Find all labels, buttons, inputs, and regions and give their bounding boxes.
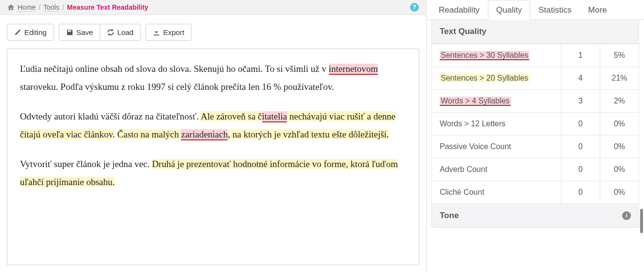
table-row: Sentences > 20 Syllables421%	[432, 67, 639, 90]
help-icon[interactable]: ?	[410, 3, 419, 12]
highlight-word: internetovom	[329, 64, 378, 75]
editing-label: Editing	[24, 28, 47, 36]
metric-count: 0	[561, 136, 600, 158]
toolbar: Editing Save Load Export	[0, 15, 426, 49]
breadcrumb: Home / Tools / Measure Text Readability	[7, 3, 148, 12]
tab-statistics[interactable]: Statistics	[530, 0, 580, 20]
scrollbar-thumb[interactable]	[640, 209, 643, 233]
metric-count: 4	[561, 67, 600, 90]
paragraph: Odvtedy autori kladú väčší dôraz na čita…	[20, 107, 406, 143]
save-button[interactable]: Save	[59, 24, 100, 41]
metric-label: Passive Voice Count	[432, 136, 561, 158]
quality-header-text: Text Quality	[440, 27, 486, 36]
editor-content[interactable]: Ľudia nečítajú online obsah od slova do …	[7, 49, 419, 213]
home-icon	[7, 4, 15, 11]
table-row: Cliché Count00%	[432, 181, 639, 204]
metric-percent: 0%	[600, 181, 639, 204]
metric-percent: 21%	[600, 67, 639, 90]
table-row: Words > 12 Letters00%	[432, 113, 639, 136]
tab-readability[interactable]: Readability	[430, 0, 488, 20]
load-button[interactable]: Load	[100, 24, 141, 41]
info-icon[interactable]: i	[622, 211, 631, 220]
editor-container[interactable]: Ľudia nečítajú online obsah od slova do …	[7, 49, 419, 265]
breadcrumb-sep: /	[38, 3, 40, 11]
load-label: Load	[117, 28, 133, 36]
metric-percent: 0%	[600, 136, 639, 158]
save-icon	[66, 29, 73, 36]
table-row: Sentences > 30 Syllables15%	[432, 44, 639, 67]
tone-header-text: Tone	[440, 211, 459, 221]
export-button[interactable]: Export	[145, 24, 191, 41]
quality-header: Text Quality	[431, 20, 639, 44]
download-icon	[153, 29, 160, 36]
breadcrumb-sep: /	[62, 3, 64, 11]
breadcrumb-current: Measure Text Readability	[67, 3, 148, 11]
metric-label: Sentences > 20 Syllables	[432, 67, 561, 90]
breadcrumb-home[interactable]: Home	[18, 3, 36, 12]
metric-label: Adverb Count	[432, 158, 561, 181]
quality-metrics-table: Sentences > 30 Syllables15%Sentences > 2…	[431, 44, 639, 204]
metric-label: Cliché Count	[432, 181, 561, 204]
export-label: Export	[163, 28, 184, 36]
metric-count: 3	[561, 90, 600, 113]
highlight-sentence: Často na malých zariadeniach, na ktorých…	[117, 129, 389, 139]
right-panel: Readability Quality Statistics More Text…	[426, 0, 644, 272]
highlight-word: zariadeniach	[181, 129, 228, 140]
metric-label: Words > 4 Syllables	[432, 90, 561, 113]
metric-count: 0	[561, 158, 600, 181]
paragraph: Ľudia nečítajú online obsah od slova do …	[20, 60, 406, 96]
metric-count: 0	[561, 181, 600, 204]
tab-quality[interactable]: Quality	[488, 0, 530, 20]
pencil-icon	[14, 29, 21, 36]
metric-label: Sentences > 30 Syllables	[432, 44, 561, 67]
metric-count: 0	[561, 113, 600, 136]
metric-count: 1	[561, 44, 600, 67]
paragraph: Vytvoriť super článok je jedna vec. Druh…	[20, 155, 406, 191]
table-row: Passive Voice Count00%	[432, 136, 639, 158]
tone-header: Tone i	[431, 204, 639, 228]
metric-percent: 0%	[600, 113, 639, 136]
table-row: Adverb Count00%	[432, 158, 639, 181]
table-row: Words > 4 Syllables32%	[432, 90, 639, 113]
metric-label: Words > 12 Letters	[432, 113, 561, 136]
tabs: Readability Quality Statistics More	[427, 0, 644, 20]
highlight-word: itatelia	[262, 111, 287, 122]
editing-button[interactable]: Editing	[7, 24, 54, 41]
save-label: Save	[76, 28, 93, 36]
refresh-icon	[107, 29, 114, 36]
tab-more[interactable]: More	[580, 0, 615, 20]
metric-percent: 0%	[600, 158, 639, 181]
topbar: Home / Tools / Measure Text Readability …	[0, 0, 426, 15]
breadcrumb-tools[interactable]: Tools	[43, 3, 59, 12]
metric-percent: 5%	[600, 44, 639, 67]
metric-percent: 2%	[600, 90, 639, 113]
